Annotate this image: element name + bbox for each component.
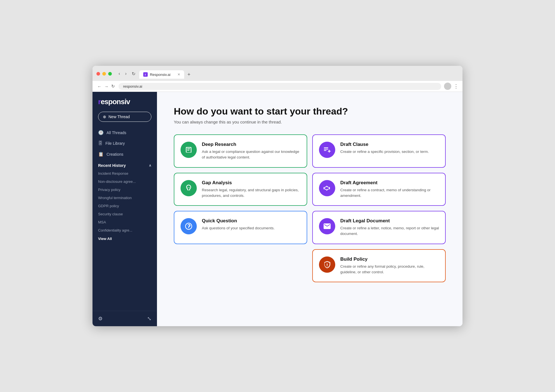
tab-favicon: r	[143, 72, 148, 77]
card-icon-deep-research	[181, 142, 197, 158]
browser-menu-icon[interactable]: ⋮	[454, 83, 459, 89]
card-build-policy[interactable]: Build Policy Create or refine any formal…	[312, 249, 446, 283]
card-body-draft-clause: Draft Clause Create or refine a specific…	[340, 142, 439, 155]
sidebar-nav: 🕐 All Threads 🗄 File Library 📋 Creations	[92, 127, 157, 159]
addr-reload-button[interactable]: ↻	[110, 83, 116, 90]
question-icon	[184, 222, 193, 230]
card-draft-agreement[interactable]: Draft Agreement Create or refine a contr…	[312, 173, 446, 206]
card-deep-research[interactable]: Deep Research Ask a legal or compliance …	[174, 134, 307, 168]
nav-buttons: ‹ › ↻	[117, 71, 137, 77]
card-icon-draft-agreement	[319, 180, 335, 196]
reload-button[interactable]: ↻	[130, 71, 137, 77]
address-right: ⋮	[444, 83, 459, 90]
sidebar-item-label: Creations	[107, 152, 123, 157]
shield-icon	[323, 260, 331, 269]
addr-forward-button[interactable]: →	[103, 83, 109, 90]
card-body-draft-legal-document: Draft Legal Document Create or refine a …	[340, 218, 439, 237]
sidebar: responsiv ⊕ New Thread 🕐 All Threads 🗄 F…	[92, 92, 157, 326]
sidebar-item-label: All Threads	[107, 130, 126, 135]
tab-bar: r Responsiv.ai ✕ +	[139, 70, 193, 79]
card-body-deep-research: Deep Research Ask a legal or compliance …	[202, 142, 300, 160]
card-gap-analysis[interactable]: Gap Analysis Research legal, regulatory,…	[174, 173, 307, 206]
card-quick-question[interactable]: Quick Question Ask questions of your spe…	[174, 211, 307, 244]
card-title-build-policy: Build Policy	[340, 256, 439, 262]
main-content: How do you want to start your thread? Yo…	[157, 92, 462, 326]
layers-icon: 🗄	[98, 141, 103, 146]
settings-icon[interactable]: ⚙	[98, 316, 103, 322]
recent-history-section: Recent History ∧	[92, 159, 157, 169]
new-thread-label: New Thread	[108, 115, 130, 119]
svg-point-0	[189, 187, 190, 188]
card-draft-clause[interactable]: Draft Clause Create or refine a specific…	[312, 134, 446, 168]
card-title-draft-clause: Draft Clause	[340, 142, 439, 147]
avatar	[444, 83, 451, 90]
history-item-incident-response[interactable]: Incident Response	[92, 169, 157, 178]
card-body-quick-question: Quick Question Ask questions of your spe…	[202, 218, 300, 231]
envelope-icon	[323, 222, 331, 230]
forward-button[interactable]: ›	[123, 71, 128, 77]
back-button[interactable]: ‹	[117, 71, 122, 77]
history-item-msa[interactable]: MSA	[92, 218, 157, 226]
page-title: How do you want to start your thread?	[174, 106, 446, 117]
new-tab-button[interactable]: +	[185, 71, 193, 79]
card-icon-quick-question	[181, 218, 197, 234]
card-title-draft-legal-document: Draft Legal Document	[340, 218, 439, 224]
tab-close-button[interactable]: ✕	[177, 73, 180, 76]
card-body-gap-analysis: Gap Analysis Research legal, regulatory,…	[202, 180, 300, 199]
address-nav: ← → ↻	[96, 83, 116, 90]
card-icon-build-policy	[319, 256, 335, 273]
card-title-deep-research: Deep Research	[202, 142, 300, 147]
brain-icon	[184, 184, 193, 192]
logo-r: r	[98, 97, 101, 106]
card-icon-draft-legal-document	[319, 218, 335, 234]
card-body-build-policy: Build Policy Create or refine any formal…	[340, 256, 439, 275]
list-plus-icon	[323, 146, 331, 154]
sidebar-item-label: File Library	[105, 141, 125, 146]
history-item-non-disclosure[interactable]: Non-disclosure agree...	[92, 178, 157, 186]
new-thread-button[interactable]: ⊕ New Thread	[98, 112, 151, 122]
svg-point-1	[188, 187, 188, 188]
address-input[interactable]	[119, 83, 441, 90]
addr-back-button[interactable]: ←	[96, 83, 102, 90]
handshake-icon	[323, 184, 331, 192]
minimize-button[interactable]	[102, 72, 106, 76]
history-item-privacy-policy[interactable]: Privacy policy	[92, 186, 157, 194]
browser-tab[interactable]: r Responsiv.ai ✕	[139, 70, 184, 79]
card-desc-draft-clause: Create or refine a specific provision, s…	[340, 149, 439, 155]
card-draft-legal-document[interactable]: Draft Legal Document Create or refine a …	[312, 211, 446, 244]
sidebar-item-all-threads[interactable]: 🕐 All Threads	[95, 127, 155, 138]
card-desc-gap-analysis: Research legal, regulatory, and structur…	[202, 187, 300, 199]
recent-history-label: Recent History	[98, 163, 126, 168]
sidebar-item-creations[interactable]: 📋 Creations	[95, 149, 155, 159]
book-icon	[184, 146, 193, 154]
new-thread-icon: ⊕	[103, 115, 106, 119]
card-desc-build-policy: Create or refine any formal policy, proc…	[340, 264, 439, 275]
browser-window: ‹ › ↻ r Responsiv.ai ✕ + ← → ↻ ⋮	[92, 66, 462, 326]
card-desc-draft-legal-document: Create or refine a letter, notice, memo,…	[340, 225, 439, 237]
card-title-gap-analysis: Gap Analysis	[202, 180, 300, 186]
sidebar-item-file-library[interactable]: 🗄 File Library	[95, 138, 155, 148]
close-button[interactable]	[96, 72, 100, 76]
chevron-up-icon[interactable]: ∧	[149, 164, 151, 167]
browser-chrome: ‹ › ↻ r Responsiv.ai ✕ +	[92, 66, 462, 81]
history-item-wrongful-termination[interactable]: Wrongful termination	[92, 194, 157, 202]
card-icon-draft-clause	[319, 142, 335, 158]
history-item-security-clause[interactable]: Security clause	[92, 210, 157, 218]
card-icon-gap-analysis	[181, 180, 197, 196]
view-all-link[interactable]: View All	[92, 234, 157, 245]
page-subtitle: You can always change this as you contin…	[174, 120, 446, 124]
collapse-icon[interactable]: ⤡	[147, 316, 151, 322]
maximize-button[interactable]	[108, 72, 112, 76]
history-item-confidentiality[interactable]: Confidentiality agre...	[92, 226, 157, 234]
logo-text: esponsiv	[101, 97, 130, 106]
app-container: responsiv ⊕ New Thread 🕐 All Threads 🗄 F…	[92, 92, 462, 326]
app-logo: responsiv	[92, 97, 157, 112]
browser-controls: ‹ › ↻ r Responsiv.ai ✕ +	[96, 69, 459, 79]
card-desc-deep-research: Ask a legal or compliance question again…	[202, 149, 300, 160]
document-icon: 📋	[98, 151, 104, 157]
tab-label: Responsiv.ai	[150, 73, 170, 77]
card-title-draft-agreement: Draft Agreement	[340, 180, 439, 186]
card-title-quick-question: Quick Question	[202, 218, 300, 224]
history-item-gdpr-policy[interactable]: GDPR policy	[92, 202, 157, 210]
sidebar-bottom: ⚙ ⤡	[92, 311, 157, 326]
